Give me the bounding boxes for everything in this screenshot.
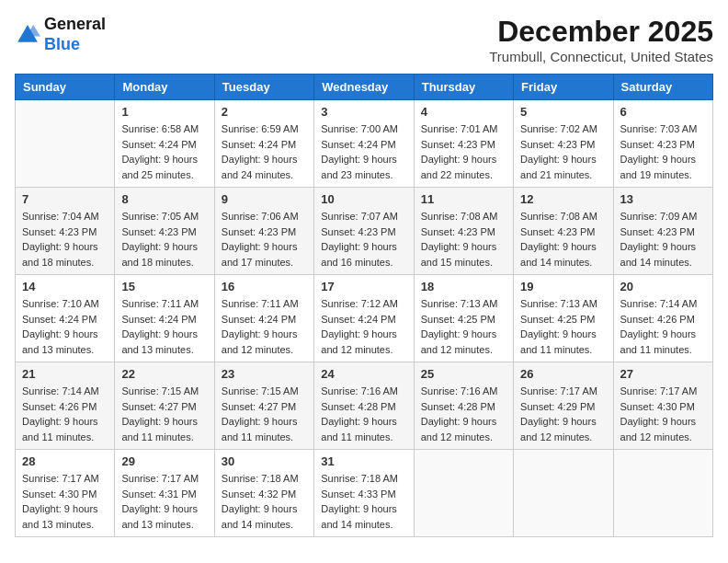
sunset: Sunset: 4:23 PM <box>421 226 495 237</box>
daylight: Daylight: 9 hours and 11 minutes. <box>222 416 298 442</box>
sunrise: Sunrise: 7:08 AM <box>520 211 597 222</box>
sunset: Sunset: 4:24 PM <box>321 314 395 325</box>
sunrise: Sunrise: 7:06 AM <box>222 211 299 222</box>
sunset: Sunset: 4:32 PM <box>222 488 296 500</box>
calendar-cell: 19 Sunrise: 7:13 AM Sunset: 4:25 PM Dayl… <box>514 275 613 362</box>
daylight: Daylight: 9 hours and 13 minutes. <box>121 503 198 530</box>
sunset: Sunset: 4:23 PM <box>520 139 595 150</box>
sunrise: Sunrise: 7:16 AM <box>421 385 498 396</box>
day-number: 3 <box>321 105 406 119</box>
day-info: Sunrise: 6:58 AM Sunset: 4:24 PM Dayligh… <box>121 121 207 182</box>
day-info: Sunrise: 7:12 AM Sunset: 4:24 PM Dayligh… <box>321 296 406 357</box>
sunrise: Sunrise: 7:17 AM <box>520 385 597 396</box>
calendar-cell: 23 Sunrise: 7:15 AM Sunset: 4:27 PM Dayl… <box>214 362 313 450</box>
daylight: Daylight: 9 hours and 14 minutes. <box>520 241 597 268</box>
day-info: Sunrise: 7:14 AM Sunset: 4:26 PM Dayligh… <box>22 384 108 444</box>
sunset: Sunset: 4:24 PM <box>121 139 196 150</box>
day-number: 1 <box>121 105 207 119</box>
logo: GeneralBlue <box>15 15 106 54</box>
sunset: Sunset: 4:30 PM <box>22 488 97 500</box>
sunrise: Sunrise: 7:07 AM <box>321 211 398 222</box>
calendar-cell <box>16 100 115 188</box>
calendar-week-row: 14 Sunrise: 7:10 AM Sunset: 4:24 PM Dayl… <box>16 275 713 362</box>
calendar-cell: 31 Sunrise: 7:18 AM Sunset: 4:33 PM Dayl… <box>314 450 414 537</box>
day-info: Sunrise: 7:14 AM Sunset: 4:26 PM Dayligh… <box>620 296 706 357</box>
day-info: Sunrise: 7:13 AM Sunset: 4:25 PM Dayligh… <box>421 296 506 357</box>
calendar-cell: 4 Sunrise: 7:01 AM Sunset: 4:23 PM Dayli… <box>414 100 513 188</box>
sunset: Sunset: 4:33 PM <box>321 488 395 500</box>
sunset: Sunset: 4:28 PM <box>421 401 495 412</box>
sunset: Sunset: 4:23 PM <box>620 139 695 150</box>
calendar-week-row: 1 Sunrise: 6:58 AM Sunset: 4:24 PM Dayli… <box>16 100 713 188</box>
calendar-week-row: 28 Sunrise: 7:17 AM Sunset: 4:30 PM Dayl… <box>16 450 713 537</box>
calendar-cell: 20 Sunrise: 7:14 AM Sunset: 4:26 PM Dayl… <box>613 275 712 362</box>
logo-icon <box>15 22 40 48</box>
day-info: Sunrise: 7:11 AM Sunset: 4:24 PM Dayligh… <box>222 296 307 357</box>
day-info: Sunrise: 7:17 AM Sunset: 4:30 PM Dayligh… <box>620 384 706 444</box>
day-number: 15 <box>121 280 207 293</box>
calendar-cell: 25 Sunrise: 7:16 AM Sunset: 4:28 PM Dayl… <box>414 362 513 450</box>
sunrise: Sunrise: 7:16 AM <box>321 385 398 396</box>
calendar-cell: 11 Sunrise: 7:08 AM Sunset: 4:23 PM Dayl… <box>414 188 513 275</box>
sunrise: Sunrise: 7:17 AM <box>22 473 99 484</box>
day-info: Sunrise: 7:13 AM Sunset: 4:25 PM Dayligh… <box>520 296 606 357</box>
day-number: 14 <box>22 280 108 293</box>
calendar-cell: 28 Sunrise: 7:17 AM Sunset: 4:30 PM Dayl… <box>16 450 115 537</box>
calendar-cell: 6 Sunrise: 7:03 AM Sunset: 4:23 PM Dayli… <box>613 100 712 188</box>
calendar-cell: 24 Sunrise: 7:16 AM Sunset: 4:28 PM Dayl… <box>314 362 414 450</box>
calendar-cell: 12 Sunrise: 7:08 AM Sunset: 4:23 PM Dayl… <box>514 188 613 275</box>
daylight: Daylight: 9 hours and 21 minutes. <box>520 154 597 180</box>
sunrise: Sunrise: 7:17 AM <box>620 385 698 396</box>
page-header: GeneralBlue December 2025 Trumbull, Conn… <box>15 15 713 64</box>
daylight: Daylight: 9 hours and 25 minutes. <box>121 154 198 180</box>
calendar-week-row: 7 Sunrise: 7:04 AM Sunset: 4:23 PM Dayli… <box>16 188 713 275</box>
sunrise: Sunrise: 7:11 AM <box>222 298 299 309</box>
day-info: Sunrise: 7:02 AM Sunset: 4:23 PM Dayligh… <box>520 121 606 182</box>
day-header-sunday: Sunday <box>16 75 115 100</box>
daylight: Daylight: 9 hours and 18 minutes. <box>121 241 198 268</box>
sunset: Sunset: 4:24 PM <box>22 314 97 325</box>
calendar-cell: 15 Sunrise: 7:11 AM Sunset: 4:24 PM Dayl… <box>115 275 214 362</box>
sunrise: Sunrise: 7:02 AM <box>520 123 597 134</box>
sunset: Sunset: 4:24 PM <box>321 139 395 150</box>
daylight: Daylight: 9 hours and 13 minutes. <box>121 328 198 355</box>
day-info: Sunrise: 7:05 AM Sunset: 4:23 PM Dayligh… <box>121 209 207 270</box>
sunrise: Sunrise: 7:05 AM <box>121 211 199 222</box>
sunset: Sunset: 4:26 PM <box>620 314 695 325</box>
calendar-cell: 10 Sunrise: 7:07 AM Sunset: 4:23 PM Dayl… <box>314 188 414 275</box>
sunset: Sunset: 4:25 PM <box>520 314 595 325</box>
day-info: Sunrise: 7:17 AM Sunset: 4:30 PM Dayligh… <box>22 471 108 532</box>
daylight: Daylight: 9 hours and 19 minutes. <box>620 154 697 180</box>
daylight: Daylight: 9 hours and 11 minutes. <box>520 328 597 355</box>
sunrise: Sunrise: 7:15 AM <box>121 385 199 396</box>
daylight: Daylight: 9 hours and 14 minutes. <box>222 503 298 530</box>
sunrise: Sunrise: 7:12 AM <box>321 298 398 309</box>
day-number: 31 <box>321 454 406 468</box>
daylight: Daylight: 9 hours and 12 minutes. <box>421 328 497 355</box>
sunset: Sunset: 4:23 PM <box>222 226 296 237</box>
sunset: Sunset: 4:23 PM <box>520 226 595 237</box>
day-header-tuesday: Tuesday <box>214 75 313 100</box>
day-info: Sunrise: 7:06 AM Sunset: 4:23 PM Dayligh… <box>222 209 307 270</box>
sunrise: Sunrise: 7:00 AM <box>321 123 398 134</box>
calendar-cell: 26 Sunrise: 7:17 AM Sunset: 4:29 PM Dayl… <box>514 362 613 450</box>
sunrise: Sunrise: 7:04 AM <box>22 211 99 222</box>
day-info: Sunrise: 6:59 AM Sunset: 4:24 PM Dayligh… <box>222 121 307 182</box>
daylight: Daylight: 9 hours and 17 minutes. <box>222 241 298 268</box>
day-number: 17 <box>321 280 406 293</box>
day-number: 7 <box>22 192 108 206</box>
calendar-week-row: 21 Sunrise: 7:14 AM Sunset: 4:26 PM Dayl… <box>16 362 713 450</box>
calendar-cell: 8 Sunrise: 7:05 AM Sunset: 4:23 PM Dayli… <box>115 188 214 275</box>
sunrise: Sunrise: 6:59 AM <box>222 123 299 134</box>
sunset: Sunset: 4:29 PM <box>520 401 595 412</box>
daylight: Daylight: 9 hours and 14 minutes. <box>620 241 697 268</box>
day-number: 12 <box>520 192 606 206</box>
day-info: Sunrise: 7:11 AM Sunset: 4:24 PM Dayligh… <box>121 296 207 357</box>
sunset: Sunset: 4:24 PM <box>222 139 296 150</box>
calendar-cell: 17 Sunrise: 7:12 AM Sunset: 4:24 PM Dayl… <box>314 275 414 362</box>
sunset: Sunset: 4:31 PM <box>121 488 196 500</box>
sunset: Sunset: 4:24 PM <box>222 314 296 325</box>
sunrise: Sunrise: 7:17 AM <box>121 473 199 484</box>
day-info: Sunrise: 7:08 AM Sunset: 4:23 PM Dayligh… <box>421 209 506 270</box>
calendar-table: SundayMondayTuesdayWednesdayThursdayFrid… <box>15 74 713 537</box>
